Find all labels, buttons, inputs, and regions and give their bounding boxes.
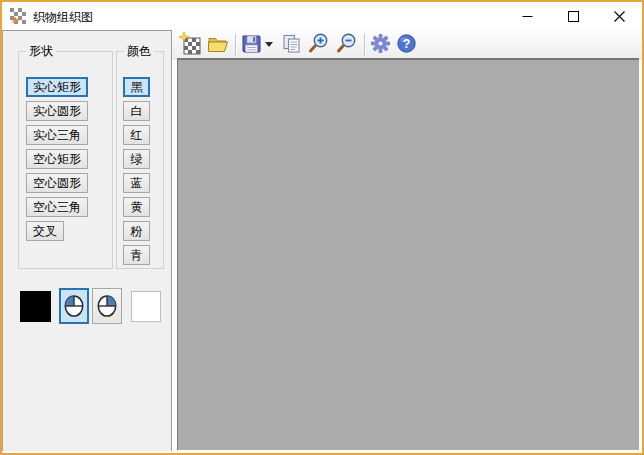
close-button[interactable] [596,2,642,30]
colors-group-label: 颜色 [124,44,154,58]
svg-text:?: ? [402,37,410,51]
toolbar: ? [172,30,642,60]
color-button-red[interactable]: 红 [123,125,150,145]
zoom-out-icon [335,32,358,58]
new-pattern-icon [179,32,202,58]
shape-button-hollow-rect[interactable]: 空心矩形 [26,149,88,169]
color-button-white[interactable]: 白 [123,101,150,121]
color-button-cyan[interactable]: 青 [123,245,150,265]
shape-button-hollow-triangle[interactable]: 空心三角 [26,197,88,217]
title-bar[interactable]: 织物组织图 [2,2,642,30]
right-click-color-swatch [131,291,161,322]
new-pattern-button[interactable] [178,32,202,58]
colors-groupbox: 颜色 黑 白 红 绿 蓝 黄 粉 青 [116,51,164,269]
open-button[interactable] [206,32,230,58]
save-icon [240,32,263,58]
zoom-out-button[interactable] [334,32,358,58]
shape-button-cross[interactable]: 交叉 [26,221,64,241]
copy-button[interactable] [279,32,303,58]
app-window: 织物组织图 形状 实心矩形 实心圆形 实心三角 空心矩形 空心圆形 空心三角 交… [0,0,644,455]
copy-icon [280,32,303,58]
left-click-color-swatch [20,291,51,322]
color-button-green[interactable]: 绿 [123,149,150,169]
color-button-black[interactable]: 黑 [123,77,150,97]
tool-panel: 形状 实心矩形 实心圆形 实心三角 空心矩形 空心圆形 空心三角 交叉 颜色 黑… [2,30,172,451]
shapes-groupbox: 形状 实心矩形 实心圆形 实心三角 空心矩形 空心圆形 空心三角 交叉 [18,51,113,269]
shapes-group-label: 形状 [26,44,56,58]
save-dropdown-arrow[interactable] [265,42,273,51]
app-icon [10,8,26,24]
zoom-in-icon [307,32,330,58]
weave-canvas[interactable] [177,58,639,450]
color-button-blue[interactable]: 蓝 [123,173,150,193]
help-button[interactable]: ? [394,32,418,58]
settings-button[interactable] [368,32,392,58]
save-button[interactable] [239,32,263,58]
color-button-yellow[interactable]: 黄 [123,197,150,217]
shape-button-solid-triangle[interactable]: 实心三角 [26,125,88,145]
maximize-button[interactable] [550,2,596,30]
shape-button-solid-circle[interactable]: 实心圆形 [26,101,88,121]
mouse-right-button-toggle[interactable] [92,288,122,324]
shape-button-hollow-circle[interactable]: 空心圆形 [26,173,88,193]
zoom-in-button[interactable] [306,32,330,58]
help-icon: ? [395,32,418,58]
toolbar-separator [235,34,236,56]
settings-gear-icon [369,32,392,58]
window-title: 织物组织图 [33,9,93,26]
minimize-button[interactable] [504,2,550,30]
mouse-left-button-toggle[interactable] [59,288,89,324]
toolbar-separator [364,34,365,56]
shape-button-solid-rect[interactable]: 实心矩形 [26,77,88,97]
color-button-pink[interactable]: 粉 [123,221,150,241]
open-folder-icon [207,32,230,58]
